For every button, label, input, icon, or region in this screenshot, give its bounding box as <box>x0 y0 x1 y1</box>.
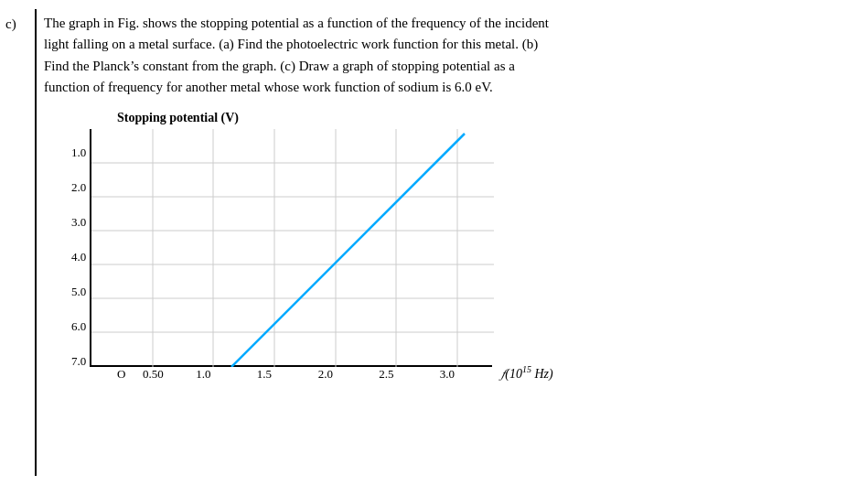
y-ticks: 7.0 6.0 5.0 4.0 3.0 2.0 1.0 <box>71 129 86 367</box>
y-tick-5: 5.0 <box>71 268 86 297</box>
y-tick-4: 4.0 <box>71 233 86 263</box>
y-tick-3: 3.0 <box>71 199 86 228</box>
x-axis-ticks-row: O 0.50 1.0 1.5 2.0 2.5 3.0 <box>121 367 477 382</box>
x-tick-2.0: 2.0 <box>295 367 356 382</box>
problem-text: The graph in Fig. shows the stopping pot… <box>44 13 868 98</box>
y-tick-6: 6.0 <box>71 303 86 332</box>
origin-label: O <box>117 367 125 382</box>
graph-area <box>90 129 492 367</box>
x-tick-0.50: 0.50 <box>133 367 173 382</box>
y-tick-1: 1.0 <box>71 129 86 158</box>
chart-wrapper: Stopping potential (V) 7.0 6.0 5.0 4.0 3… <box>71 111 492 382</box>
y-axis-label: Stopping potential (V) <box>117 111 239 125</box>
question-label: c) <box>0 9 35 476</box>
chart-section: Stopping potential (V) 7.0 6.0 5.0 4.0 3… <box>71 111 868 382</box>
page-container: c) The graph in Fig. shows the stopping … <box>0 0 868 485</box>
content-area: The graph in Fig. shows the stopping pot… <box>35 9 868 476</box>
y-tick-7: 7.0 <box>71 338 86 367</box>
x-tick-2.5: 2.5 <box>356 367 416 382</box>
x-tick-3.0: 3.0 <box>416 367 477 382</box>
y-tick-2: 2.0 <box>71 164 86 193</box>
x-tick-1.0: 1.0 <box>173 367 233 382</box>
problem-line-1: The graph in Fig. shows the stopping pot… <box>44 16 549 30</box>
problem-line-3: Find the Planck’s constant from the grap… <box>44 59 515 73</box>
chart-body: 7.0 6.0 5.0 4.0 3.0 2.0 1.0 <box>71 129 492 367</box>
problem-line-4: function of frequency for another metal … <box>44 80 493 94</box>
x-axis-label: 𝑓(1015 Hz) <box>501 364 552 382</box>
problem-line-2: light falling on a metal surface. (a) Fi… <box>44 37 538 51</box>
x-tick-1.5: 1.5 <box>233 367 295 382</box>
